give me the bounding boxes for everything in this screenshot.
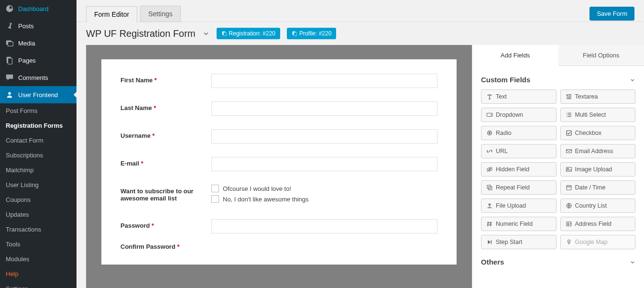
field-confirm-password[interactable]: Confirm Password * <box>120 240 437 250</box>
field-btn-label: Image Upload <box>575 166 612 173</box>
checkbox-yes[interactable] <box>211 185 219 192</box>
link-icon <box>486 148 493 155</box>
field-palette-panel: Add Fields Field Options Custom Fields T… <box>472 45 644 288</box>
form-canvas-scroll[interactable]: First Name * Last Name * Username * <box>86 45 472 288</box>
password-input[interactable] <box>211 219 437 233</box>
field-username[interactable]: Username * <box>120 129 437 144</box>
sidebar-sub-subscriptions[interactable]: Subscriptions <box>0 148 76 163</box>
field-btn-textarea[interactable]: Textarea <box>560 89 636 104</box>
last-name-input[interactable] <box>211 101 437 116</box>
pin-icon <box>566 239 572 245</box>
field-btn-label: Step Start <box>496 239 523 245</box>
section-others[interactable]: Others <box>481 258 635 266</box>
svg-rect-10 <box>567 113 567 113</box>
svg-point-22 <box>567 168 568 169</box>
pin-icon <box>5 21 14 31</box>
form-title-bar: WP UF Registration Form Registration: #2… <box>76 22 644 45</box>
field-btn-label: Country List <box>575 202 607 209</box>
field-btn-repeat-field[interactable]: Repeat Field <box>481 180 557 195</box>
sidebar-item-pages[interactable]: Pages <box>0 52 76 69</box>
field-btn-text[interactable]: Text <box>481 89 557 104</box>
sidebar-item-posts[interactable]: Posts <box>0 17 76 34</box>
section-custom-fields[interactable]: Custom Fields <box>481 76 635 84</box>
sidebar-sub-post-forms[interactable]: Post Forms <box>0 103 76 118</box>
sidebar-sub-mailchimp[interactable]: Mailchimp <box>0 163 76 177</box>
checkbox-no[interactable] <box>211 195 219 203</box>
sidebar-item-user-frontend[interactable]: User Frontend <box>0 86 76 103</box>
sidebar-item-media[interactable]: Media <box>0 34 76 52</box>
sidebar-label: Posts <box>18 22 34 30</box>
field-email[interactable]: E-mail * <box>120 157 437 171</box>
field-btn-label: Google Map <box>575 239 608 245</box>
field-btn-label: Dropdown <box>496 111 523 118</box>
svg-point-28 <box>568 223 569 224</box>
media-icon <box>5 38 14 48</box>
sidebar-sub-coupons[interactable]: Coupons <box>0 192 76 207</box>
form-title: WP UF Registration Form <box>86 28 196 39</box>
field-btn-label: Hidden Field <box>496 166 529 173</box>
field-btn-radio[interactable]: Radio <box>481 126 557 140</box>
list-icon <box>566 111 572 118</box>
check-icon <box>566 130 572 136</box>
sidebar-label: Comments <box>18 74 48 81</box>
tab-form-editor[interactable]: Form Editor <box>86 6 137 22</box>
field-btn-date-time[interactable]: Date / Time <box>560 180 636 195</box>
field-btn-hidden-field[interactable]: Hidden Field <box>481 162 557 177</box>
profile-shortcode-pill[interactable]: Profile: #220 <box>287 28 336 39</box>
field-btn-url[interactable]: URL <box>481 144 557 158</box>
svg-rect-1 <box>8 42 13 46</box>
sidebar-sub-updates[interactable]: Updates <box>0 207 76 222</box>
sidebar-sub-help[interactable]: Help <box>0 266 76 281</box>
sidebar-item-comments[interactable]: Comments <box>0 69 76 86</box>
field-btn-dropdown[interactable]: Dropdown <box>481 108 557 122</box>
svg-rect-23 <box>487 185 491 188</box>
field-btn-label: Checkbox <box>575 130 602 136</box>
username-input[interactable] <box>211 129 437 144</box>
tab-field-options[interactable]: Field Options <box>558 45 644 66</box>
sidebar-label: Media <box>18 40 35 47</box>
field-btn-file-upload[interactable]: File Upload <box>481 199 557 213</box>
email-input[interactable] <box>211 157 437 171</box>
sidebar-sub-contact-form[interactable]: Contact Form <box>0 133 76 148</box>
first-name-input[interactable] <box>211 74 437 88</box>
tab-add-fields[interactable]: Add Fields <box>472 45 558 66</box>
save-form-button[interactable]: Save Form <box>589 7 634 21</box>
field-btn-step-start[interactable]: Step Start <box>481 235 557 249</box>
palette-scroll[interactable]: Custom Fields TextTextareaDropdownMulti … <box>472 66 644 288</box>
sidebar-sub-settings[interactable]: Settings <box>0 281 76 288</box>
dashboard-icon <box>5 4 14 13</box>
eye-off-icon <box>486 166 493 173</box>
calendar-icon <box>566 184 572 191</box>
sidebar-item-dashboard[interactable]: Dashboard <box>0 0 76 17</box>
field-subscribe[interactable]: Want to subscribe to our awesome email l… <box>120 185 437 206</box>
title-chevron-icon[interactable] <box>202 30 210 37</box>
sidebar-sub-user-listing[interactable]: User Listing <box>0 177 76 192</box>
sidebar-label: Pages <box>18 57 36 64</box>
field-btn-address-field[interactable]: Address Field <box>560 217 636 231</box>
field-btn-image-upload[interactable]: Image Upload <box>560 162 636 177</box>
form-canvas: First Name * Last Name * Username * <box>101 59 457 265</box>
svg-rect-6 <box>223 33 226 36</box>
svg-rect-14 <box>567 116 567 117</box>
field-password[interactable]: Password * <box>120 219 437 233</box>
admin-sidebar: Dashboard Posts Media Pages Comments Use… <box>0 0 76 288</box>
field-btn-label: Email Address <box>575 148 613 155</box>
registration-shortcode-pill[interactable]: Registration: #220 <box>217 28 280 39</box>
sidebar-sub-registration-forms[interactable]: Registration Forms <box>0 118 76 133</box>
sidebar-sub-modules[interactable]: Modules <box>0 252 76 266</box>
field-btn-country-list[interactable]: Country List <box>560 199 636 213</box>
field-btn-multi-select[interactable]: Multi Select <box>560 108 636 122</box>
sidebar-sub-tools[interactable]: Tools <box>0 237 76 252</box>
tab-settings[interactable]: Settings <box>140 6 181 22</box>
chevron-down-icon <box>630 259 635 265</box>
field-first-name[interactable]: First Name * <box>120 74 437 88</box>
sidebar-sub-transactions[interactable]: Transactions <box>0 222 76 237</box>
globe-icon <box>566 202 572 209</box>
text-icon <box>486 93 493 100</box>
field-btn-checkbox[interactable]: Checkbox <box>560 126 636 140</box>
field-btn-label: Address Field <box>575 221 611 227</box>
uf-icon <box>5 90 14 100</box>
field-btn-numeric-field[interactable]: Numeric Field <box>481 217 557 231</box>
field-btn-email-address[interactable]: Email Address <box>560 144 636 158</box>
field-last-name[interactable]: Last Name * <box>120 101 437 116</box>
